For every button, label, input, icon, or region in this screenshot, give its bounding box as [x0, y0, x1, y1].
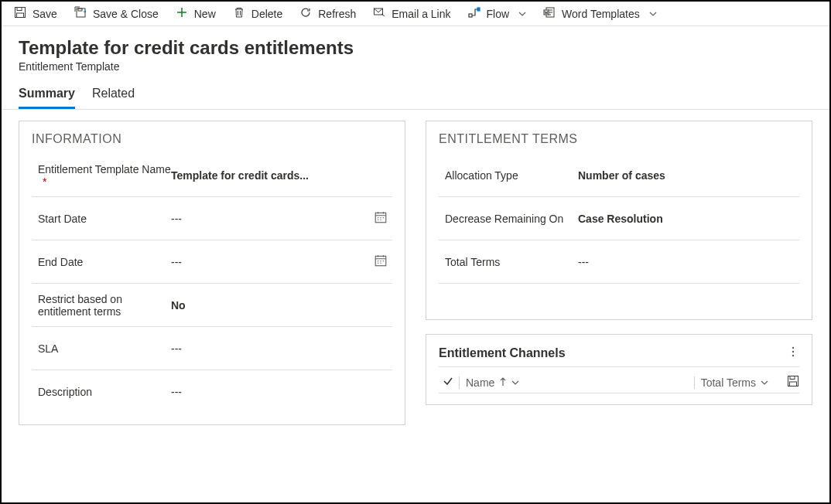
flow-label: Flow: [487, 8, 510, 20]
field-label: Description: [32, 386, 171, 398]
svg-point-14: [792, 355, 794, 356]
flow-button[interactable]: Flow: [468, 6, 527, 21]
field-label: Entitlement Template Name: [38, 163, 171, 175]
column-total-terms[interactable]: Total Terms: [694, 376, 775, 389]
field-value[interactable]: ---: [171, 386, 392, 398]
field-value[interactable]: Number of cases: [578, 169, 799, 182]
tab-list: Summary Related: [2, 73, 829, 110]
email-icon: [373, 6, 385, 21]
field-allocation-type[interactable]: Allocation Type Number of cases: [439, 154, 799, 197]
save-grid-icon[interactable]: [787, 375, 799, 390]
new-button[interactable]: New: [176, 6, 216, 21]
select-all-checkbox[interactable]: [442, 375, 454, 390]
information-section: INFORMATION Entitlement Template Name * …: [19, 121, 405, 425]
field-value[interactable]: ---: [171, 213, 182, 225]
save-label: Save: [32, 8, 57, 20]
calendar-icon[interactable]: [374, 254, 388, 270]
save-button[interactable]: Save: [14, 6, 57, 21]
section-title: INFORMATION: [32, 132, 392, 146]
delete-label: Delete: [251, 8, 282, 20]
tab-summary[interactable]: Summary: [19, 87, 75, 109]
refresh-button[interactable]: Refresh: [299, 6, 356, 21]
svg-rect-2: [17, 13, 24, 18]
field-label: Restrict based on entitlement terms: [32, 293, 171, 318]
calendar-icon[interactable]: [374, 210, 388, 226]
refresh-label: Refresh: [318, 8, 356, 20]
column-name[interactable]: Name: [459, 376, 689, 389]
field-start-date[interactable]: Start Date ---: [32, 197, 392, 240]
entity-name: Entitlement Template: [19, 60, 812, 73]
field-end-date[interactable]: End Date ---: [32, 240, 392, 284]
svg-rect-17: [790, 382, 797, 387]
field-sla[interactable]: SLA ---: [32, 327, 392, 370]
chevron-down-icon[interactable]: [761, 376, 768, 389]
field-label: SLA: [32, 342, 171, 355]
refresh-icon: [299, 6, 312, 21]
email-label: Email a Link: [392, 8, 450, 20]
new-label: New: [194, 8, 216, 20]
field-value[interactable]: No: [171, 299, 392, 312]
more-commands-icon[interactable]: [787, 346, 799, 360]
field-decrease-remaining[interactable]: Decrease Remaining On Case Resolution: [439, 197, 799, 240]
field-value[interactable]: Case Resolution: [578, 213, 799, 225]
subgrid-title: Entitlement Channels: [439, 346, 566, 360]
plus-icon: [176, 6, 188, 21]
chevron-down-icon: [518, 8, 526, 20]
svg-point-13: [792, 351, 794, 352]
word-templates-label: Word Templates: [562, 8, 640, 20]
field-label: Allocation Type: [439, 169, 578, 182]
command-bar: Save Save & Close New Delete Refresh: [2, 2, 829, 26]
column-label: Total Terms: [701, 376, 756, 389]
entitlement-channels-section: Entitlement Channels Name: [426, 334, 812, 405]
entitlement-terms-section: ENTITLEMENT TERMS Allocation Type Number…: [426, 121, 812, 320]
field-label: Start Date: [32, 213, 171, 225]
email-link-button[interactable]: Email a Link: [373, 6, 450, 21]
svg-rect-16: [790, 376, 795, 380]
page-title: Template for credit cards entitlements: [19, 37, 812, 59]
chevron-down-icon: [649, 8, 657, 20]
svg-point-12: [792, 347, 794, 349]
field-label: Total Terms: [439, 256, 578, 268]
svg-rect-4: [78, 9, 82, 11]
field-total-terms[interactable]: Total Terms ---: [439, 240, 799, 284]
word-templates-button[interactable]: Word Templates: [543, 6, 657, 21]
field-restrict[interactable]: Restrict based on entitlement terms No: [32, 284, 392, 327]
sort-asc-icon: [499, 376, 507, 389]
field-value[interactable]: ---: [171, 342, 392, 355]
trash-icon: [233, 6, 245, 21]
save-close-label: Save & Close: [93, 8, 159, 20]
field-description[interactable]: Description ---: [32, 370, 392, 414]
flow-icon: [468, 6, 480, 21]
save-and-close-button[interactable]: Save & Close: [74, 6, 159, 21]
section-title: ENTITLEMENT TERMS: [439, 132, 799, 146]
svg-rect-1: [17, 8, 22, 11]
save-icon: [14, 6, 26, 21]
field-label: End Date: [32, 256, 171, 268]
field-name[interactable]: Entitlement Template Name * Template for…: [32, 154, 392, 197]
column-label: Name: [466, 376, 494, 389]
save-close-icon: [74, 6, 87, 21]
word-icon: [543, 6, 556, 21]
grid-header: Name Total Terms: [439, 367, 799, 393]
form-header: Template for credit cards entitlements E…: [2, 26, 829, 73]
field-value[interactable]: ---: [171, 256, 182, 268]
field-value[interactable]: Template for credit cards...: [171, 169, 392, 182]
field-label: Decrease Remaining On: [439, 213, 578, 225]
required-indicator: *: [43, 175, 46, 188]
field-value[interactable]: ---: [578, 256, 799, 268]
delete-button[interactable]: Delete: [233, 6, 282, 21]
tab-related[interactable]: Related: [92, 87, 135, 109]
svg-rect-6: [469, 14, 472, 17]
svg-rect-7: [477, 8, 480, 11]
chevron-down-icon[interactable]: [511, 376, 519, 389]
